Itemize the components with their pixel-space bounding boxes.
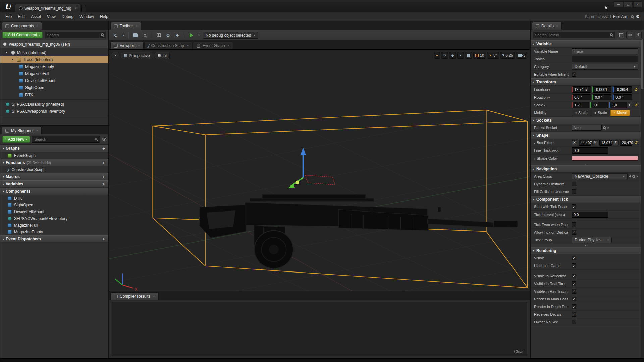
menu-help[interactable]: Help	[97, 12, 111, 21]
menu-file[interactable]: File	[2, 12, 15, 21]
lock-scale-icon[interactable]	[629, 104, 632, 106]
visible-checkbox[interactable]	[572, 256, 576, 260]
mobility-movable-button[interactable]: +Moval	[610, 110, 630, 116]
viewport-3d[interactable]: X Perspective Lit + ↻	[109, 49, 530, 291]
tab-compiler-results[interactable]: Compiler Results ×	[110, 292, 159, 300]
section-rendering[interactable]: Rendering	[531, 247, 641, 254]
reset-location-button[interactable]: ↺	[634, 87, 638, 92]
tree-item-sightopen[interactable]: SightOpen	[0, 84, 108, 91]
receives-decals-checkbox[interactable]	[572, 312, 576, 317]
camera-speed-value[interactable]: 3	[516, 52, 527, 59]
menu-asset[interactable]: Asset	[28, 12, 44, 21]
add-function-button[interactable]	[101, 160, 106, 165]
area-class-dropdown[interactable]: NavArea_Obstacle	[572, 173, 628, 179]
box-extent-z-field[interactable]: 20,470	[620, 140, 632, 146]
components-search-input[interactable]	[45, 32, 106, 38]
add-macro-button[interactable]	[101, 174, 106, 179]
tab-close-icon[interactable]: ×	[136, 24, 137, 28]
variables-section-header[interactable]: Variables	[0, 180, 108, 188]
line-thickness-field[interactable]: 0,0	[572, 147, 608, 154]
hidden-in-game-checkbox[interactable]	[572, 263, 576, 268]
section-transform[interactable]: Transform	[531, 78, 641, 86]
scale-x-field[interactable]: 1,25	[572, 102, 589, 108]
tick-when-paused-checkbox[interactable]	[572, 222, 576, 227]
class-settings-button[interactable]: ◆	[173, 31, 181, 39]
details-scrollbar[interactable]	[641, 39, 644, 358]
use-selected-icon[interactable]	[629, 175, 631, 178]
box-extent-x-field[interactable]: 44,407	[579, 140, 591, 146]
viewport-options-dropdown[interactable]	[112, 52, 119, 59]
mobility-stationary-button[interactable]: ◆Statio	[591, 110, 610, 116]
tree-item-trace[interactable]: Trace (Inherited)	[0, 56, 108, 63]
location-y-field[interactable]: -0,0001	[592, 86, 612, 93]
rotation-x-field[interactable]: 0,0 °	[572, 94, 591, 100]
section-shape[interactable]: Shape	[531, 132, 641, 139]
graph-item-eventgraph[interactable]: EventGraph	[0, 152, 108, 159]
clear-icon[interactable]: ×	[636, 174, 638, 178]
allow-tick-dedicated-checkbox[interactable]	[572, 230, 576, 235]
box-extent-y-field[interactable]: 13,074	[599, 140, 612, 146]
tab-components[interactable]: Components ×	[2, 22, 42, 30]
grid-snap-value[interactable]: 10	[473, 52, 486, 59]
tab-close-icon[interactable]: ×	[228, 44, 229, 47]
macros-section-header[interactable]: Macros	[0, 173, 108, 180]
section-component-tick[interactable]: Component Tick	[531, 196, 641, 203]
tab-close-icon[interactable]: ×	[37, 24, 38, 28]
details-search-input[interactable]	[533, 32, 615, 38]
visible-in-reflection-checkbox[interactable]	[572, 274, 576, 278]
tab-details[interactable]: Details ×	[532, 22, 562, 30]
add-new-button[interactable]: + Add New	[2, 136, 30, 143]
save-button[interactable]	[131, 31, 140, 39]
tab-viewport[interactable]: Viewport ×	[110, 42, 144, 49]
editable-when-inherited-checkbox[interactable]	[572, 72, 576, 77]
clear-socket-icon[interactable]: ×	[607, 126, 609, 130]
location-x-field[interactable]: 12,7487	[572, 86, 591, 93]
components-section-header[interactable]: Components	[0, 188, 108, 195]
my-blueprint-search-input[interactable]	[32, 136, 100, 143]
socket-search-icon[interactable]	[603, 126, 606, 129]
variable-item-magazineempty[interactable]: MagazineEmpty	[0, 229, 108, 235]
add-graph-button[interactable]	[101, 146, 106, 151]
variable-name-field[interactable]	[572, 48, 638, 54]
surface-snap-button[interactable]: ▼	[457, 52, 464, 59]
rotation-snap-value[interactable]: ▲ 5°	[487, 52, 499, 59]
transform-gizmo[interactable]	[288, 148, 335, 188]
fill-collision-checkbox[interactable]	[572, 189, 576, 194]
tooltip-field[interactable]	[572, 56, 638, 62]
variable-item-sightopen[interactable]: SightOpen	[0, 202, 108, 208]
reset-scale-button[interactable]: ↺	[634, 103, 638, 107]
start-with-tick-checkbox[interactable]	[572, 204, 576, 209]
menu-window[interactable]: Window	[76, 12, 97, 21]
browse-button[interactable]	[141, 31, 149, 39]
view-mode-dropdown[interactable]: Lit	[155, 52, 170, 59]
tab-construction-script[interactable]: ƒ Construction Scrip ×	[144, 42, 192, 49]
tab-close-icon[interactable]: ×	[138, 44, 140, 47]
variable-item-deviceleftmount[interactable]: DeviceLeftMount	[0, 208, 108, 215]
tab-close-icon[interactable]: ×	[153, 295, 155, 298]
expand-arrow-icon[interactable]	[6, 51, 9, 54]
tab-close-icon[interactable]: ×	[75, 6, 77, 10]
rotate-mode-button[interactable]: ↻	[441, 52, 448, 59]
tab-close-icon[interactable]: ×	[556, 24, 558, 28]
settings-gear-icon[interactable]: ⚙	[634, 12, 642, 21]
grid-snap-toggle[interactable]	[465, 52, 472, 59]
compile-button[interactable]: ↻	[112, 31, 120, 39]
scale-mode-button[interactable]: ◆	[449, 52, 456, 59]
tree-item-magazineempty[interactable]: MagazineEmpty	[0, 63, 108, 70]
tree-item-deviceleftmount[interactable]: DeviceLeftMount	[0, 77, 108, 84]
variable-item-magazinefull[interactable]: MagazineFull	[0, 222, 108, 229]
menu-view[interactable]: View	[44, 12, 59, 21]
tab-toolbar[interactable]: Toolbar ×	[110, 22, 141, 30]
asset-document-tab[interactable]: weapon_firearms_mg_mg ×	[15, 4, 80, 12]
tick-interval-field[interactable]: 0,0	[572, 212, 608, 218]
mobility-static-button[interactable]: ●Static	[572, 110, 591, 116]
visible-in-ray-tracing-checkbox[interactable]	[572, 289, 576, 294]
render-in-depth-pass-checkbox[interactable]	[572, 304, 576, 309]
debug-object-dropdown[interactable]: No debug object selected	[203, 32, 258, 39]
function-item-constructionscript[interactable]: ƒ ConstructionScript	[0, 166, 108, 173]
component-root-self[interactable]: weapon_firearms_mg_mg36 (self)	[0, 40, 108, 48]
add-event-dispatcher-button[interactable]	[101, 237, 106, 241]
section-navigation[interactable]: Navigation	[531, 165, 641, 173]
reset-box-extent-button[interactable]: ↺	[634, 140, 638, 145]
shape-color-swatch[interactable]	[572, 156, 638, 161]
